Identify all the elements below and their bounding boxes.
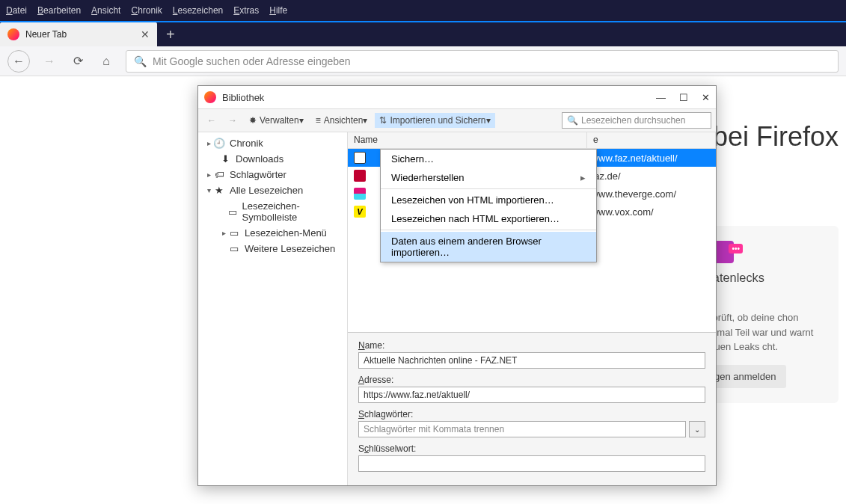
close-tab-icon[interactable]: ✕ bbox=[141, 28, 150, 40]
home-button[interactable]: ⌂ bbox=[97, 52, 115, 70]
tree-downloads[interactable]: ⬇Downloads bbox=[198, 151, 347, 167]
lib-forward-button[interactable]: → bbox=[224, 113, 242, 128]
app-menubar: Datei Bearbeiten Ansicht Chronik Lesezei… bbox=[0, 0, 846, 21]
lib-back-button[interactable]: ← bbox=[203, 113, 221, 128]
reload-button[interactable]: ⟳ bbox=[69, 52, 87, 70]
search-icon: 🔍 bbox=[567, 115, 578, 126]
search-placeholder: Lesezeichen durchsuchen bbox=[581, 115, 685, 126]
keyword-label: Schlüsselwort: bbox=[358, 443, 705, 454]
import-backup-menu[interactable]: ⇅Importieren und Sichern ▾ bbox=[375, 113, 494, 128]
firefox-icon bbox=[7, 28, 19, 40]
col-name[interactable]: Name bbox=[348, 132, 587, 148]
menu-history[interactable]: Chronik bbox=[131, 5, 162, 16]
column-headers[interactable]: Name e bbox=[348, 132, 716, 149]
menu-item-import-html[interactable]: Lesezeichen von HTML importieren… bbox=[381, 191, 596, 209]
menu-item-import-browser[interactable]: Daten aus einem anderen Browser importie… bbox=[381, 232, 596, 262]
forward-button[interactable]: → bbox=[40, 52, 58, 70]
address-label: Adresse: bbox=[358, 375, 705, 385]
library-window: Bibliothek — ☐ ✕ ← → ✸Verwalten ▾ ≡Ansic… bbox=[197, 85, 717, 486]
tags-input[interactable]: Schlagwörter mit Kommata trennen bbox=[358, 421, 686, 437]
firefox-icon bbox=[204, 91, 216, 103]
manage-menu[interactable]: ✸Verwalten ▾ bbox=[245, 113, 308, 128]
browser-tab[interactable]: Neuer Tab ✕ bbox=[0, 22, 157, 46]
menu-separator bbox=[381, 188, 596, 189]
col-address[interactable]: e bbox=[587, 132, 716, 148]
welcome-headline: bei Firefox bbox=[713, 121, 839, 153]
menu-file[interactable]: Datei bbox=[6, 5, 27, 16]
back-button[interactable]: ← bbox=[7, 50, 30, 73]
card-body: erprüft, ob deine chon einmal Teil war u… bbox=[704, 310, 824, 354]
search-icon: 🔍 bbox=[134, 55, 147, 67]
menu-help[interactable]: Hilfe bbox=[269, 5, 287, 16]
menu-item-export-html[interactable]: Lesezeichen nach HTML exportieren… bbox=[381, 209, 596, 228]
tree-all-bookmarks[interactable]: ▾★Alle Lesezeichen bbox=[198, 182, 347, 198]
menu-separator bbox=[381, 230, 596, 230]
nav-toolbar: ← → ⟳ ⌂ 🔍 Mit Google suchen oder Adresse… bbox=[0, 46, 846, 76]
tab-title: Neuer Tab bbox=[25, 29, 67, 40]
submenu-arrow-icon: ▸ bbox=[580, 172, 586, 183]
details-pane: Name: Aktuelle Nachrichten online - FAZ.… bbox=[348, 332, 716, 485]
favicon: V bbox=[354, 206, 366, 218]
address-input[interactable]: https://www.faz.net/aktuell/ bbox=[358, 387, 705, 403]
maximize-button[interactable]: ☐ bbox=[679, 92, 688, 103]
tree-history[interactable]: ▸🕘Chronik bbox=[198, 135, 347, 151]
close-button[interactable]: ✕ bbox=[702, 92, 710, 103]
card-sub: en bbox=[704, 292, 824, 304]
library-sidebar: ▸🕘Chronik ⬇Downloads ▸🏷Schlagwörter ▾★Al… bbox=[198, 132, 348, 485]
favicon bbox=[354, 170, 366, 182]
new-tab-button[interactable]: + bbox=[157, 26, 184, 43]
tags-label: Schlagwörter: bbox=[358, 409, 705, 420]
name-label: Name: bbox=[358, 340, 705, 351]
url-bar[interactable]: 🔍 Mit Google suchen oder Adresse eingebe… bbox=[126, 50, 839, 73]
keyword-input[interactable] bbox=[358, 455, 705, 472]
menu-edit[interactable]: Bearbeiten bbox=[37, 5, 81, 16]
tree-bookmarks-menu[interactable]: ▸▭Lesezeichen-Menü bbox=[198, 225, 347, 241]
tree-tags[interactable]: ▸🏷Schlagwörter bbox=[198, 167, 347, 182]
favicon bbox=[354, 188, 366, 200]
minimize-button[interactable]: — bbox=[656, 92, 666, 103]
menu-bookmarks[interactable]: Lesezeichen bbox=[173, 5, 223, 16]
library-main: Name e /www.faz.net/aktuell/ /taz.de/ bbox=[348, 132, 716, 485]
tab-strip: Neuer Tab ✕ + bbox=[0, 21, 846, 46]
tree-bookmarks-toolbar[interactable]: ▸▭Lesezeichen-Symbolleiste bbox=[198, 198, 347, 225]
name-input[interactable]: Aktuelle Nachrichten online - FAZ.NET bbox=[358, 352, 705, 369]
import-backup-dropdown: Sichern… Wiederherstellen▸ Lesezeichen v… bbox=[380, 149, 597, 262]
menu-item-backup[interactable]: Sichern… bbox=[381, 150, 596, 168]
library-toolbar: ← → ✸Verwalten ▾ ≡Ansichten ▾ ⇅Importier… bbox=[198, 108, 716, 132]
favicon bbox=[354, 152, 366, 164]
bookmark-rows: /www.faz.net/aktuell/ /taz.de/ /www.thev… bbox=[348, 149, 716, 332]
views-menu[interactable]: ≡Ansichten ▾ bbox=[311, 113, 373, 128]
library-title: Bibliothek bbox=[222, 92, 264, 103]
url-placeholder: Mit Google suchen oder Adresse eingeben bbox=[153, 55, 351, 67]
card-title: Datenlecks bbox=[704, 271, 824, 285]
menu-item-restore[interactable]: Wiederherstellen▸ bbox=[381, 168, 596, 187]
menu-view[interactable]: Ansicht bbox=[91, 5, 120, 16]
library-search[interactable]: 🔍 Lesezeichen durchsuchen bbox=[562, 112, 711, 129]
library-titlebar[interactable]: Bibliothek — ☐ ✕ bbox=[198, 86, 716, 108]
tree-other-bookmarks[interactable]: ▸▭Weitere Lesezeichen bbox=[198, 241, 347, 256]
menu-extras[interactable]: Extras bbox=[233, 5, 259, 16]
tags-dropdown-button[interactable]: ⌄ bbox=[689, 421, 705, 437]
